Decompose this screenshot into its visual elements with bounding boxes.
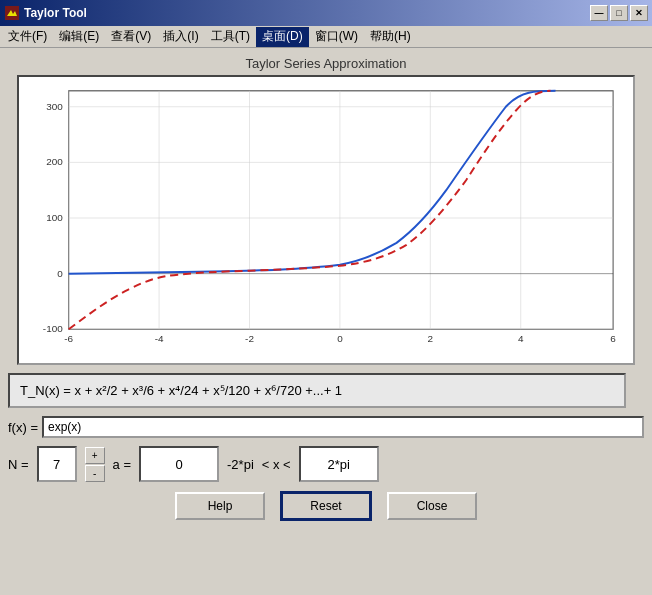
x-max-input[interactable]: [299, 446, 379, 482]
formula-box: T_N(x) = x + x²/2 + x³/6 + x⁴/24 + x⁵/12…: [8, 373, 626, 408]
button-row: Help Reset Close: [8, 492, 644, 520]
help-button[interactable]: Help: [175, 492, 265, 520]
formula-text: T_N(x) = x + x²/2 + x³/6 + x⁴/24 + x⁵/12…: [20, 383, 342, 398]
a-input[interactable]: [139, 446, 219, 482]
svg-text:-2: -2: [245, 333, 254, 344]
maximize-button[interactable]: □: [610, 5, 628, 21]
reset-button[interactable]: Reset: [281, 492, 371, 520]
svg-text:4: 4: [518, 333, 524, 344]
main-container: Taylor Series Approximation: [0, 48, 652, 528]
svg-text:-6: -6: [64, 333, 73, 344]
menu-edit[interactable]: 编辑(E): [53, 27, 105, 47]
chart-title: Taylor Series Approximation: [8, 56, 644, 71]
n-input[interactable]: [37, 446, 77, 482]
menu-help[interactable]: 帮助(H): [364, 27, 417, 47]
svg-text:100: 100: [46, 212, 63, 223]
a-label: a =: [113, 457, 131, 472]
menu-tools[interactable]: 工具(T): [205, 27, 256, 47]
svg-text:2: 2: [428, 333, 434, 344]
close-button[interactable]: Close: [387, 492, 477, 520]
n-increment-button[interactable]: +: [85, 447, 105, 464]
window-title: Taylor Tool: [24, 6, 590, 20]
minimize-button[interactable]: —: [590, 5, 608, 21]
svg-text:0: 0: [337, 333, 343, 344]
menu-window[interactable]: 窗口(W): [309, 27, 364, 47]
chart-svg: -100 0 100 200 300 -6 -4 -2 0 2 4 6: [19, 77, 633, 363]
app-icon: [4, 5, 20, 21]
fx-row: f(x) =: [8, 416, 644, 438]
fx-label: f(x) =: [8, 420, 38, 435]
svg-rect-1: [69, 91, 613, 329]
n-row: N = + - a = -2*pi < x <: [8, 446, 644, 482]
menu-file[interactable]: 文件(F): [2, 27, 53, 47]
svg-text:200: 200: [46, 156, 63, 167]
svg-text:300: 300: [46, 101, 63, 112]
chart-area: -100 0 100 200 300 -6 -4 -2 0 2 4 6: [17, 75, 635, 365]
n-stepper: + -: [85, 447, 105, 482]
window-controls: — □ ✕: [590, 5, 648, 21]
menu-view[interactable]: 查看(V): [105, 27, 157, 47]
menu-insert[interactable]: 插入(I): [157, 27, 204, 47]
title-bar: Taylor Tool — □ ✕: [0, 0, 652, 26]
svg-text:-4: -4: [155, 333, 164, 344]
menu-desktop[interactable]: 桌面(D): [256, 27, 309, 47]
fx-input[interactable]: [42, 416, 644, 438]
n-decrement-button[interactable]: -: [85, 465, 105, 482]
svg-text:6: 6: [610, 333, 616, 344]
menu-bar: 文件(F) 编辑(E) 查看(V) 插入(I) 工具(T) 桌面(D) 窗口(W…: [0, 26, 652, 48]
x-min-label: -2*pi: [227, 457, 254, 472]
svg-text:0: 0: [57, 268, 63, 279]
svg-text:-100: -100: [43, 323, 63, 334]
close-window-button[interactable]: ✕: [630, 5, 648, 21]
less-than-label: < x <: [262, 457, 291, 472]
n-label: N =: [8, 457, 29, 472]
